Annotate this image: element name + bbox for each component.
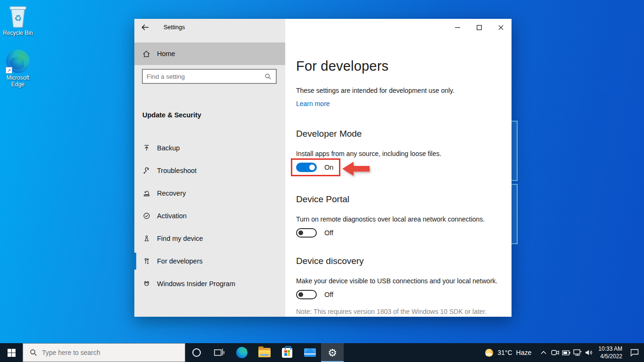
titlebar-right	[285, 19, 512, 36]
sidebar-item-find-my-device[interactable]: Find my device	[134, 227, 285, 250]
battery-indicator[interactable]	[561, 343, 572, 362]
cortana-button[interactable]	[185, 343, 208, 362]
tray-overflow-button[interactable]	[538, 343, 549, 362]
taskbar-search-input[interactable]	[42, 349, 185, 356]
weather-haze-icon	[485, 349, 493, 357]
maximize-icon	[477, 25, 482, 30]
backup-upload-icon	[143, 144, 150, 152]
recovery-icon	[143, 189, 150, 197]
sidebar-item-for-developers[interactable]: For developers	[134, 250, 285, 272]
wrench-icon	[143, 167, 150, 174]
action-center-icon	[630, 349, 639, 356]
taskbar-right: 31°C Haze	[485, 343, 644, 362]
device-portal-toggle[interactable]	[296, 228, 317, 238]
device-discovery-toggle[interactable]	[296, 290, 317, 299]
settings-window: Settings Home	[134, 19, 512, 317]
edge-icon: ↗	[6, 49, 30, 73]
windows-logo-icon	[8, 349, 16, 357]
settings-gear-icon: ⚙	[328, 347, 337, 359]
desktop-icon-label: Recycle Bin	[3, 30, 33, 36]
sdk-note-text: Note: This requires version 1803 of the …	[296, 308, 487, 315]
section-heading-device-discovery: Device discovery	[296, 256, 364, 266]
meet-now-button[interactable]	[549, 343, 561, 362]
desktop-icon-recycle-bin[interactable]: ♻ Recycle Bin	[0, 4, 36, 36]
window-titlebar: Settings	[134, 19, 512, 36]
close-button[interactable]	[490, 19, 512, 36]
task-view-icon	[214, 348, 224, 357]
activation-check-icon	[143, 212, 150, 220]
sidebar-item-windows-insider-program[interactable]: Windows Insider Program	[134, 272, 285, 295]
settings-content: For developers These settings are intend…	[285, 36, 512, 317]
weather-condition: Haze	[516, 349, 532, 356]
back-button[interactable]	[134, 19, 156, 36]
home-icon	[142, 50, 150, 58]
battery-icon	[562, 350, 570, 355]
edge-icon	[236, 347, 248, 358]
minimize-icon	[455, 25, 460, 30]
sidebar-home-label: Home	[157, 50, 175, 58]
device-portal-toggle-row: Off	[296, 228, 333, 238]
toggle-knob	[298, 292, 303, 297]
minimize-button[interactable]	[446, 19, 468, 36]
action-center-button[interactable]	[625, 349, 644, 356]
learn-more-link[interactable]: Learn more	[296, 100, 330, 107]
settings-sidebar: Home Update & Security Backup Tr	[134, 36, 285, 317]
sidebar-item-troubleshoot[interactable]: Troubleshoot	[134, 159, 285, 182]
svg-text:♻: ♻	[14, 13, 22, 23]
section-heading-developer-mode: Developer Mode	[296, 129, 362, 139]
sidebar-item-label: Recovery	[157, 189, 186, 197]
speaker-icon	[585, 349, 593, 356]
sidebar-item-activation[interactable]: Activation	[134, 205, 285, 227]
sidebar-item-label: Find my device	[157, 235, 203, 242]
microsoft-store-button[interactable]	[276, 343, 298, 362]
desktop-icon-microsoft-edge[interactable]: ↗ Microsoft Edge	[0, 49, 36, 88]
clock-date: 4/5/2022	[598, 353, 622, 360]
settings-search-input[interactable]	[143, 73, 264, 80]
toggle-knob	[298, 230, 303, 235]
sidebar-item-recovery[interactable]: Recovery	[134, 182, 285, 205]
mail-icon	[304, 348, 316, 357]
start-button[interactable]	[0, 343, 23, 362]
annotation-red-arrow-icon	[342, 160, 371, 178]
sidebar-item-home[interactable]: Home	[134, 42, 285, 65]
section-description: Turn on remote diagnostics over local ar…	[296, 215, 485, 223]
recycle-bin-icon: ♻	[8, 4, 28, 28]
taskbar-edge-button[interactable]	[231, 343, 253, 362]
close-icon	[498, 25, 504, 30]
annotation-red-box	[291, 158, 340, 176]
volume-indicator[interactable]	[583, 343, 594, 362]
settings-search-box[interactable]	[142, 69, 277, 84]
weather-widget[interactable]: 31°C Haze	[485, 349, 531, 357]
section-description: Make your device visible to USB connecti…	[296, 277, 497, 285]
task-view-button[interactable]	[208, 343, 231, 362]
file-explorer-button[interactable]	[253, 343, 276, 362]
developer-mode-toggle-row: On	[296, 163, 333, 172]
titlebar-left: Settings	[134, 19, 285, 36]
insider-ninja-cat-icon	[143, 280, 150, 288]
sidebar-item-label: Backup	[157, 144, 180, 152]
taskbar-clock[interactable]: 10:33 AM 4/5/2022	[598, 345, 622, 360]
taskbar: ⚙ 31°C Haze	[0, 343, 644, 362]
chevron-up-icon	[541, 351, 546, 354]
sidebar-item-label: Windows Insider Program	[157, 280, 235, 288]
camera-icon	[551, 349, 559, 356]
search-icon[interactable]	[264, 73, 272, 80]
weather-temperature: 31°C	[497, 349, 512, 356]
cortana-icon	[192, 348, 201, 357]
section-heading-device-portal: Device Portal	[296, 194, 349, 205]
back-arrow-icon	[141, 24, 149, 31]
find-my-device-icon	[143, 235, 150, 242]
sidebar-item-label: Troubleshoot	[157, 167, 197, 174]
maximize-button[interactable]	[468, 19, 490, 36]
clock-time: 10:33 AM	[598, 345, 622, 353]
mail-button[interactable]	[298, 343, 321, 362]
sidebar-item-backup[interactable]: Backup	[134, 137, 285, 159]
taskbar-search-box[interactable]	[23, 343, 185, 362]
developer-tools-icon	[143, 257, 150, 265]
sidebar-item-label: For developers	[157, 257, 203, 265]
shortcut-arrow-icon: ↗	[6, 67, 12, 74]
window-title: Settings	[164, 24, 185, 31]
taskbar-settings-button[interactable]: ⚙	[321, 343, 344, 362]
intro-text: These settings are intended for developm…	[296, 87, 454, 94]
network-indicator[interactable]	[572, 343, 583, 362]
